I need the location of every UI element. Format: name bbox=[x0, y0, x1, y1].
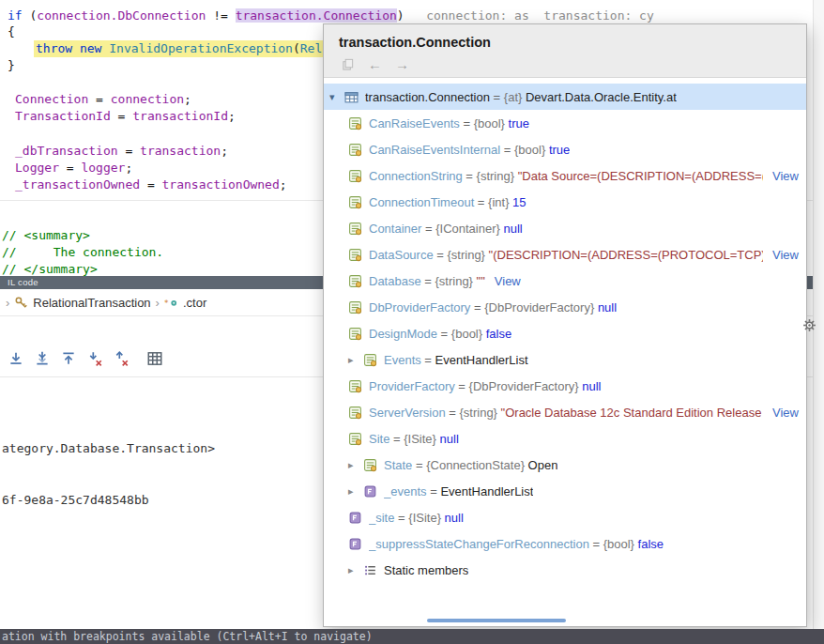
code-line: TransactionId = transactionId; bbox=[15, 108, 236, 125]
equals-sign: = bbox=[589, 537, 603, 551]
pin-icon[interactable] bbox=[341, 57, 355, 71]
variable-row[interactable]: _site = {ISite} null bbox=[324, 504, 806, 530]
variable-row[interactable]: DataSource = {string} "(DESCRIPTION=(ADD… bbox=[324, 241, 806, 268]
equals-sign: = bbox=[446, 406, 460, 420]
variable-text: DbProviderFactory = {DbProviderFactory} … bbox=[369, 300, 617, 314]
breadcrumb-item[interactable]: .ctor bbox=[183, 296, 206, 310]
member-name: DataSource bbox=[369, 248, 434, 262]
member-value: null bbox=[445, 511, 464, 525]
member-name: Database bbox=[369, 274, 421, 288]
chevron-right-icon[interactable]: ▸ bbox=[348, 564, 363, 576]
download-all-icon[interactable] bbox=[34, 350, 51, 367]
variable-row[interactable]: ConnectionString = {string} "Data Source… bbox=[324, 162, 806, 189]
variable-row[interactable]: ▸Events = EventHandlerList bbox=[324, 346, 806, 373]
code-line: Connection = connection; bbox=[15, 91, 191, 108]
member-name: _suppressStateChangeForReconnection bbox=[369, 537, 589, 551]
code-line: _transactionOwned = transactionOwned; bbox=[15, 176, 287, 193]
variable-row[interactable]: CanRaiseEventsInternal = {bool} true bbox=[324, 136, 806, 162]
member-name: transaction.Connection bbox=[365, 90, 490, 104]
ctor-icon: * bbox=[164, 296, 178, 310]
view-link[interactable]: View bbox=[772, 406, 799, 420]
equals-sign: = bbox=[463, 169, 477, 183]
variable-row[interactable]: ▸State = {ConnectionState} Open bbox=[324, 452, 806, 478]
variable-row[interactable]: CanRaiseEvents = {bool} true bbox=[324, 110, 806, 136]
member-type: {bool} bbox=[514, 143, 549, 157]
chevron-right-icon[interactable]: ▸ bbox=[348, 459, 363, 471]
view-link[interactable]: View bbox=[772, 248, 799, 262]
variable-row[interactable]: ConnectionTimeout = {int} 15 bbox=[324, 189, 806, 215]
variable-row[interactable]: ▸Static members bbox=[324, 557, 806, 583]
chevron-right-icon[interactable]: ▸ bbox=[348, 485, 363, 498]
equals-sign: = bbox=[421, 274, 435, 288]
forward-icon[interactable]: → bbox=[395, 57, 409, 71]
horizontal-scrollbar-thumb[interactable] bbox=[427, 619, 566, 622]
property-icon bbox=[363, 458, 377, 472]
upload-icon[interactable] bbox=[60, 350, 77, 367]
code-line: if (connection.DbConnection != transacti… bbox=[8, 8, 654, 24]
memory-table-icon[interactable] bbox=[146, 350, 163, 367]
variable-row[interactable]: Database = {string} ""View bbox=[324, 268, 806, 294]
variable-text: DataSource = {string} "(DESCRIPTION=(ADD… bbox=[369, 248, 763, 262]
variable-row[interactable]: DbProviderFactory = {DbProviderFactory} … bbox=[324, 294, 806, 320]
variable-row[interactable]: DesignMode = {bool} false bbox=[324, 320, 806, 346]
debugger-datatip-popup: transaction.Connection ← → ▾transaction.… bbox=[323, 23, 807, 627]
download-icon[interactable] bbox=[8, 350, 24, 367]
variable-text: Site = {ISite} null bbox=[369, 432, 459, 446]
member-name: Container bbox=[369, 222, 421, 236]
variable-text: Static members bbox=[384, 563, 468, 577]
member-type: {DbProviderFactory} bbox=[484, 300, 598, 314]
variable-text: transaction.Connection = {at} Devart.Dat… bbox=[365, 90, 677, 104]
member-type: {bool} bbox=[451, 327, 486, 341]
member-type: {ISite} bbox=[408, 511, 444, 525]
status-bar-text: ation with breakpoints available (Ctrl+A… bbox=[2, 630, 373, 643]
variables-tree: ▾transaction.Connection = {at} Devart.Da… bbox=[324, 78, 806, 583]
member-type: {ISite} bbox=[404, 432, 439, 446]
status-bar: ation with breakpoints available (Ctrl+A… bbox=[0, 629, 824, 644]
svg-text:*: * bbox=[164, 298, 169, 307]
back-icon[interactable]: ← bbox=[368, 57, 382, 71]
remove-all-watches-icon[interactable] bbox=[113, 350, 130, 367]
remove-watch-icon[interactable] bbox=[86, 350, 103, 367]
chevron-right-icon[interactable]: ▸ bbox=[348, 354, 363, 366]
variable-row[interactable]: ProviderFactory = {DbProviderFactory} nu… bbox=[324, 373, 806, 399]
equals-sign: = bbox=[421, 353, 435, 367]
variable-text: _events = EventHandlerList bbox=[384, 484, 533, 498]
variable-text: _site = {ISite} null bbox=[369, 511, 464, 525]
variable-text: CanRaiseEvents = {bool} true bbox=[369, 116, 529, 130]
member-value: "" bbox=[477, 274, 485, 288]
equals-sign: = bbox=[455, 379, 469, 393]
variable-text: ProviderFactory = {DbProviderFactory} nu… bbox=[369, 379, 602, 393]
chevron-right-icon: › bbox=[6, 296, 9, 310]
equals-sign: = bbox=[470, 300, 484, 314]
variable-row[interactable]: ServerVersion = {string} "Oracle Databas… bbox=[324, 399, 806, 425]
variable-text: ConnectionTimeout = {int} 15 bbox=[369, 195, 526, 209]
member-name: DesignMode bbox=[369, 327, 437, 341]
variable-row[interactable]: Container = {IContainer} null bbox=[324, 215, 806, 241]
variable-row[interactable]: ▸_events = EventHandlerList bbox=[324, 478, 806, 504]
member-type: {string} bbox=[447, 248, 488, 262]
member-value: EventHandlerList bbox=[435, 353, 528, 367]
field-icon bbox=[348, 511, 362, 525]
member-name: Site bbox=[369, 432, 389, 446]
equals-sign: = bbox=[421, 222, 435, 236]
member-name: _site bbox=[369, 511, 394, 525]
breadcrumb-item[interactable]: RelationalTransaction bbox=[33, 296, 150, 310]
view-link[interactable]: View bbox=[495, 274, 521, 288]
member-name: Events bbox=[384, 353, 421, 367]
chevron-right-icon: › bbox=[156, 296, 160, 310]
settings-gear-icon[interactable] bbox=[802, 318, 816, 332]
property-icon bbox=[348, 222, 362, 236]
equals-sign: = bbox=[434, 248, 448, 262]
member-type: {string} bbox=[477, 169, 518, 183]
variable-text: Events = EventHandlerList bbox=[384, 353, 528, 367]
field-icon bbox=[363, 484, 377, 498]
member-value: false bbox=[486, 327, 511, 341]
variable-row[interactable]: ▾transaction.Connection = {at} Devart.Da… bbox=[324, 84, 806, 110]
property-icon bbox=[348, 327, 362, 341]
member-name: State bbox=[384, 458, 412, 472]
view-link[interactable]: View bbox=[772, 169, 799, 183]
chevron-down-icon[interactable]: ▾ bbox=[329, 91, 344, 103]
member-value: null bbox=[503, 222, 522, 236]
variable-row[interactable]: _suppressStateChangeForReconnection = {b… bbox=[324, 530, 806, 557]
variable-row[interactable]: Site = {ISite} null bbox=[324, 425, 806, 452]
